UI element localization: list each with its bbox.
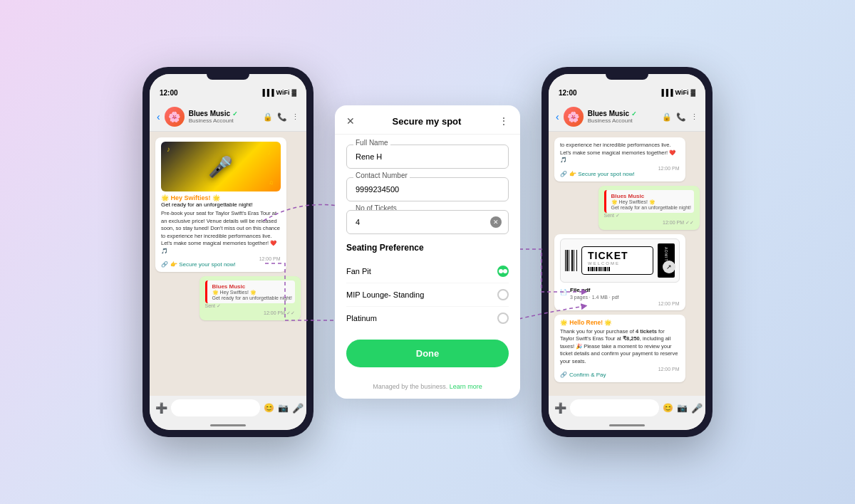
message-image-left: 🎤 ♪ ♫ ♩ [161,142,281,191]
tickets-input[interactable] [346,210,509,234]
message-input-right[interactable] [570,399,659,416]
mic-icon-right[interactable]: 🎤 [691,403,703,414]
emoji-icon-right[interactable]: 😊 [663,403,673,413]
phone-icon-right: 📞 [676,112,686,122]
forwarded-text1-left: 🌟 Hey Swifties! 🌟 [212,290,292,295]
forwarded-text2-right: Get ready for an unforgettable night! [611,205,691,210]
chat-input-right: ➕ 😊 📷 🎤 [549,396,705,420]
forwarded-name-left: Blues Music [212,283,292,290]
chat-header-right: ‹ 🌸 Blues Music ✓ Business Account 🔒 📞 ⋮ [549,103,705,132]
message-confirm: 🌟 Hello Rene! 🌟 Thank you for your purch… [554,315,685,383]
file-details: 3 pages · 1.4 MB · pdf [570,295,619,300]
avatar-right: 🌸 [564,107,584,127]
seating-title: Seating Preference [346,243,509,253]
chat-input-left: ➕ 😊 📷 🎤 [150,396,306,420]
full-name-label: Full Name [353,139,390,147]
camera-icon-left[interactable]: 📷 [278,403,289,413]
modal-more-button[interactable]: ⋮ [499,115,509,127]
ticket-stub: TICKET WELCOME [560,238,680,283]
modal-close-button[interactable]: ✕ [346,115,355,127]
modal-footer: Managed by the business. Learn more [335,377,520,399]
message-ticket: TICKET WELCOME [554,234,685,310]
fan-pit-label: Fan Pit [346,267,371,275]
modal-title: Secure my spot [393,116,462,127]
ticket-input-wrap: ✕ [346,210,509,234]
chat-body-right: to experience her incredible performance… [549,132,705,396]
mic-icon-left[interactable]: 🎤 [292,403,304,414]
contact-group: Contact Number [346,177,509,201]
confirm-pay-cta[interactable]: 🔗 Confirm & Pay [560,372,680,378]
modal-body: Full Name Contact Number No of Tickets ✕… [335,135,520,377]
learn-more-link[interactable]: Learn more [450,383,482,390]
plus-icon-right[interactable]: ➕ [554,402,566,414]
chat-body-left: 🎤 ♪ ♫ ♩ 🌟 Hey Swifties! 🌟 Get ready for … [150,132,306,396]
back-button-left[interactable]: ‹ [157,111,160,122]
mip-lounge-label: MIP Lounge- Standing [346,290,424,299]
note-icon-2: ♫ [269,179,274,186]
forwarded-preview-right: Blues Music 🌟 Hey Swifties! 🌟 Get ready … [604,190,694,213]
secure-spot-cta-right[interactable]: 🔗 👉 Secure your spot now! [560,171,680,177]
sent-status-right: Sent ✓ [604,213,694,219]
get-ready-text: Get ready for an unforgettable night! [161,201,281,208]
forwarded-name-right: Blues Music [611,193,691,199]
avatar-left: 🌸 [165,107,185,127]
hello-rene-text: 🌟 Hello Rene! 🌟 [560,319,680,326]
done-button[interactable]: Done [346,340,509,367]
full-name-input[interactable] [346,145,509,169]
chat-header-left: ‹ 🌸 Blues Music ✓ Business Account 🔒 📞 ⋮ [150,103,306,132]
secure-spot-cta-left[interactable]: 🔗 👉 Secure your spot now! [161,261,281,268]
more-icon-left[interactable]: ⋮ [291,112,299,122]
confirm-pay-text: Confirm & Pay [569,372,606,378]
file-info-row: 📄 File.pdf 3 pages · 1.4 MB · pdf [560,285,680,300]
msg-time-sent-right: 12:00 PM ✓✓ [604,220,694,226]
forwarded-text1-right: 🌟 Hey Swifties! 🌟 [611,199,691,205]
status-icons-right: ▐▐▐ WiFi ▓ [659,89,695,96]
emoji-icon-left[interactable]: 😊 [264,403,274,413]
chat-name-right: Blues Music ✓ [588,110,658,117]
message-sent-left: Blues Music 🌟 Hey Swifties! 🌟 Get ready … [200,276,301,320]
radio-mip-lounge[interactable]: MIP Lounge- Standing [346,283,509,307]
platinum-radio[interactable] [497,313,509,324]
tickets-group: No of Tickets ✕ [346,210,509,234]
time-right: 12:00 [559,89,577,97]
partial-text: to experience her incredible performance… [560,142,680,164]
msg-time-partial: 12:00 PM [560,166,680,171]
contact-input[interactable] [346,177,509,201]
plus-icon-left[interactable]: ➕ [155,402,167,414]
home-indicator-right [609,424,645,426]
radio-platinum[interactable]: Platinum [346,307,509,330]
ticket-welcome: WELCOME [588,261,647,266]
home-indicator-left [210,424,246,426]
time-left: 12:00 [160,89,178,97]
microphone-icon: 🎤 [208,155,233,179]
forwarded-text2-left: Get ready for an unforgettable night! [212,295,292,300]
fan-pit-radio[interactable] [497,266,509,277]
msg-time-confirm: 12:00 PM [560,367,680,372]
mip-lounge-radio[interactable] [497,289,509,300]
message-partial-right: to experience her incredible performance… [554,137,685,182]
status-bar-left: 12:00 ▐▐▐ WiFi ▓ [150,83,306,103]
share-button[interactable]: ↗ [663,261,675,273]
msg-time-ticket: 12:00 PM [560,301,680,306]
verified-icon-right: ✓ [631,110,637,117]
header-icons-right: 🔒 📞 ⋮ [662,112,698,122]
message-sent-right: Blues Music 🌟 Hey Swifties! 🌟 Get ready … [598,186,700,230]
more-icon-right[interactable]: ⋮ [690,112,698,122]
message-input-left[interactable] [171,399,260,416]
modal-header: ✕ Secure my spot ⋮ [335,105,520,135]
chat-subtitle-right: Business Account [588,117,658,124]
note-icon-3: ♩ [268,150,270,156]
back-button-right[interactable]: ‹ [556,111,559,122]
radio-fan-pit[interactable]: Fan Pit [346,260,509,283]
prebook-text: Pre-book your seat for Taylor Swift's Er… [161,210,281,255]
hey-swifties-text: 🌟 Hey Swifties! 🌟 [161,194,281,201]
phone-left: 12:00 ▐▐▐ WiFi ▓ ‹ 🌸 Blues Music ✓ Busin… [142,67,314,437]
camera-icon-right[interactable]: 📷 [677,403,688,413]
phone-icon-left: 📞 [277,112,287,122]
note-icon-1: ♪ [167,145,170,153]
msg-time-sent-left: 12:00 PM ✓✓ [205,310,295,316]
chat-subtitle-left: Business Account [189,117,259,124]
tickets-clear-button[interactable]: ✕ [490,216,502,228]
modal-form: ✕ Secure my spot ⋮ Full Name Contact Num… [335,105,520,399]
platinum-label: Platinum [346,314,377,322]
